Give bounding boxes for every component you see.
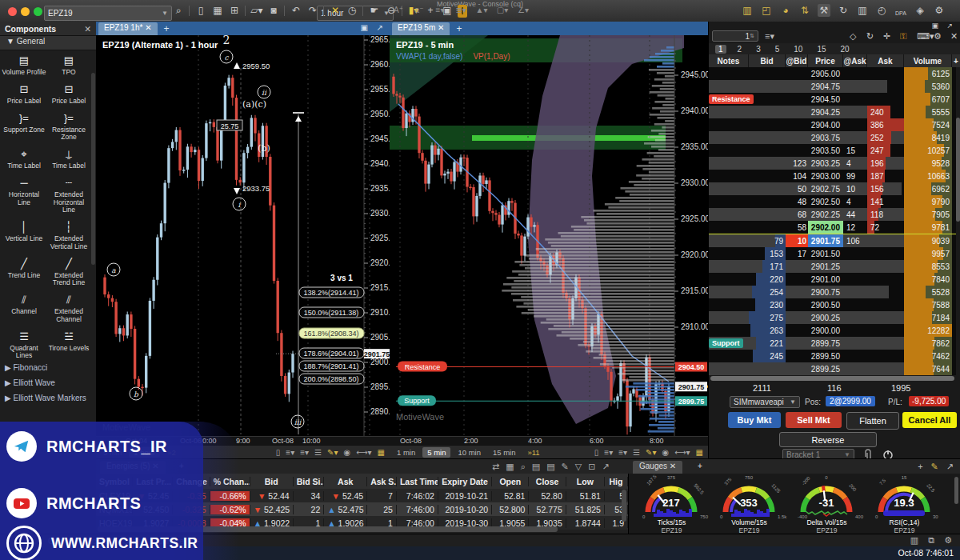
dom-row[interactable]: 2904.755360 bbox=[709, 80, 956, 93]
dom-ask-cell[interactable] bbox=[867, 234, 904, 247]
zoom-window-button[interactable] bbox=[34, 7, 42, 16]
dom-volume-cell[interactable]: 7840 bbox=[904, 273, 952, 286]
qty-preset-15[interactable]: 15 bbox=[814, 45, 829, 54]
dom-row[interactable]: 79102901.751069039 bbox=[709, 234, 956, 247]
stats-icon[interactable]: ▥ bbox=[741, 4, 754, 17]
dom-row[interactable]: 2542900.755528 bbox=[709, 286, 956, 298]
dom-row[interactable]: Support2212899.757862 bbox=[709, 337, 956, 350]
dom-ask-cell[interactable] bbox=[867, 337, 904, 350]
dom-volume-cell[interactable]: 9039 bbox=[904, 234, 952, 247]
panels-icon[interactable]: ◰ bbox=[760, 4, 773, 17]
annotate-icon[interactable]: ✎▾ bbox=[327, 448, 338, 457]
expand-icon[interactable]: ↗ bbox=[602, 462, 610, 472]
dom-ask-cell[interactable]: 118 bbox=[867, 208, 904, 221]
eye-icon[interactable]: ◉ bbox=[662, 448, 669, 457]
dom-bid-cell[interactable] bbox=[749, 118, 786, 131]
dom-notes-cell[interactable] bbox=[709, 106, 749, 118]
chart1-canvas[interactable]: 2965.002960.002955.002950.002945.002940.… bbox=[96, 35, 390, 436]
dom-price-cell[interactable]: 2900.75 bbox=[808, 286, 843, 298]
gear-icon[interactable]: ⚙ bbox=[934, 31, 942, 42]
center-icon[interactable]: ✛ bbox=[883, 31, 890, 42]
dom-atbid-cell[interactable] bbox=[786, 118, 808, 131]
symbol-select[interactable]: EPZ19 ▼ bbox=[44, 6, 172, 21]
dom-row[interactable]: 2899.257644 bbox=[709, 362, 956, 375]
col-lasttime[interactable]: Last Time bbox=[397, 477, 438, 486]
dom-col-atask[interactable]: @Ask bbox=[843, 54, 867, 67]
dom-h-scrollbar[interactable] bbox=[710, 376, 954, 381]
dom-ask-cell[interactable]: 156 bbox=[867, 182, 904, 195]
dom-price-cell[interactable]: 2904.75 bbox=[808, 80, 843, 93]
dom-notes-cell[interactable] bbox=[709, 298, 749, 311]
search-icon[interactable]: ⌕ bbox=[172, 4, 185, 17]
tools-icon[interactable]: ✕ bbox=[329, 4, 342, 17]
dom-col-notes[interactable]: Notes bbox=[709, 54, 749, 67]
dom-bid-cell[interactable] bbox=[749, 170, 786, 182]
dom-volume-cell[interactable]: 5528 bbox=[904, 286, 952, 298]
dom-price-cell[interactable]: 2899.75 bbox=[808, 337, 843, 350]
dom-notes-cell[interactable] bbox=[709, 362, 749, 375]
dom-price-cell[interactable]: 2902.50 bbox=[808, 195, 843, 208]
close-window-button[interactable] bbox=[8, 7, 17, 16]
expand-icon[interactable]: ↗ bbox=[946, 462, 954, 472]
col-bid[interactable]: Bid bbox=[250, 477, 294, 486]
dom-price-cell[interactable]: 2903.50 bbox=[808, 144, 843, 157]
price-label[interactable]: ⊟Price Label bbox=[2, 84, 46, 106]
timeframe-overflow[interactable]: »11 bbox=[523, 447, 545, 458]
dom-row[interactable]: 2905.006125 bbox=[709, 67, 956, 80]
sidebar-section-elliott-wave-markers[interactable]: ▶ Elliott Wave Markers bbox=[0, 390, 96, 406]
dom-atbid-cell[interactable] bbox=[786, 286, 808, 298]
timeframe-chip-1min[interactable]: 1 min bbox=[392, 447, 420, 458]
dom-bid-cell[interactable] bbox=[749, 208, 786, 221]
dom-price-cell[interactable]: 2902.75 bbox=[808, 182, 843, 195]
dom-bid-cell[interactable]: 171 bbox=[749, 260, 786, 273]
calendar-icon[interactable]: ▦ bbox=[378, 448, 385, 457]
dom-row[interactable]: 2202901.007840 bbox=[709, 273, 956, 286]
dom-volume-cell[interactable]: 8553 bbox=[904, 260, 952, 273]
dom-volume-cell[interactable]: 9790 bbox=[904, 195, 952, 208]
dom-atask-cell[interactable] bbox=[843, 131, 867, 144]
dom-ask-cell[interactable] bbox=[867, 298, 904, 311]
dom-row[interactable]: 2452899.507462 bbox=[709, 350, 956, 362]
dom-atask-cell[interactable] bbox=[843, 324, 867, 337]
dom-row[interactable]: 2632900.0012282 bbox=[709, 324, 956, 337]
filter-icon[interactable]: ▽ bbox=[575, 462, 582, 472]
gear-icon[interactable]: ⚙ bbox=[944, 535, 952, 546]
dom-atask-cell[interactable] bbox=[843, 80, 867, 93]
dom-ask-cell[interactable] bbox=[867, 273, 904, 286]
alerts-icon[interactable]: ◷ bbox=[346, 4, 358, 17]
bar-width-icon[interactable]: ⟷▾ bbox=[356, 448, 371, 457]
dom-ask-cell[interactable] bbox=[867, 80, 904, 93]
dom-row[interactable]: 1712901.258553 bbox=[709, 260, 956, 273]
add-tab-button[interactable]: + bbox=[456, 23, 462, 34]
dom-volume-cell[interactable]: 6125 bbox=[904, 67, 952, 80]
dom-atbid-cell[interactable] bbox=[786, 106, 808, 118]
list-style2-icon[interactable]: ≡▾ bbox=[300, 448, 309, 457]
dom-notes-cell[interactable] bbox=[709, 118, 749, 131]
trash-icon[interactable]: ▯ bbox=[276, 448, 281, 457]
dom-row[interactable]: 502902.75101566962 bbox=[709, 182, 956, 195]
dom-notes-cell[interactable] bbox=[709, 67, 749, 80]
dom-price-cell[interactable]: 2901.00 bbox=[808, 273, 843, 286]
camera-icon[interactable]: ◙ bbox=[267, 4, 280, 17]
dom-notes-cell[interactable] bbox=[709, 260, 749, 273]
support-zone[interactable]: }=Support Zone bbox=[2, 113, 46, 142]
dom-atbid-cell[interactable]: 68 bbox=[786, 208, 808, 221]
col-low[interactable]: Low bbox=[566, 477, 605, 486]
annotate-icon[interactable]: ✎▾ bbox=[646, 448, 656, 457]
dom-notes-cell[interactable] bbox=[709, 144, 749, 157]
redo-icon[interactable]: ↷ bbox=[306, 4, 319, 17]
dom-notes-cell[interactable] bbox=[709, 80, 749, 93]
sidebar-section-fibonacci[interactable]: ▶ Fibonacci bbox=[0, 360, 96, 375]
timeframe-chip-10min[interactable]: 10 min bbox=[453, 447, 486, 458]
font-decrease-icon[interactable]: a⁻ bbox=[413, 4, 426, 17]
dom-price-cell[interactable]: 2901.50 bbox=[808, 247, 843, 260]
dom-bid-cell[interactable]: 220 bbox=[749, 273, 786, 286]
dom-atask-cell[interactable]: 99 bbox=[843, 170, 867, 182]
order-qty-stepper[interactable]: 1⇅ bbox=[712, 30, 758, 42]
dom-price-cell[interactable]: 2900.50 bbox=[808, 298, 843, 311]
dom-ask-cell[interactable] bbox=[867, 260, 904, 273]
open-folder-icon[interactable]: ▱▾ bbox=[250, 4, 263, 17]
dom-atbid-cell[interactable] bbox=[786, 144, 808, 157]
dom-volume-cell[interactable]: 8419 bbox=[904, 131, 952, 144]
dom-atask-cell[interactable] bbox=[843, 350, 867, 362]
